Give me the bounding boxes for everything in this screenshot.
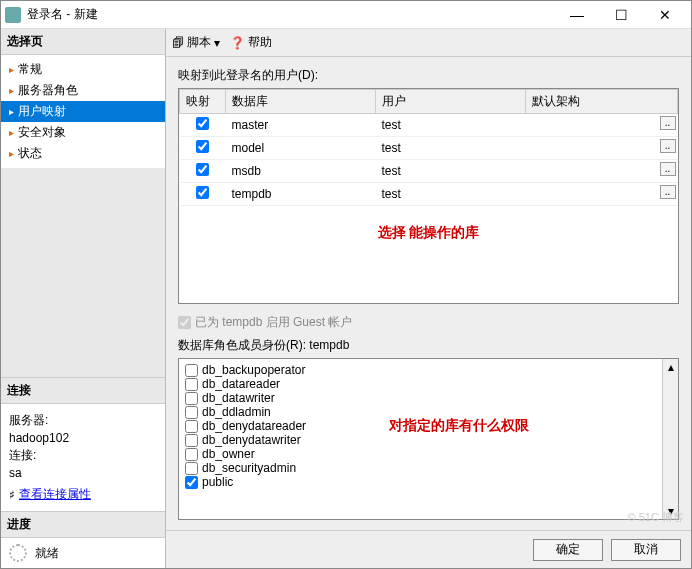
cell-user: test [376,183,526,206]
close-button[interactable]: ✕ [643,1,687,29]
map-checkbox[interactable] [196,117,209,130]
connection-head: 连接 [1,378,165,404]
map-checkbox[interactable] [196,140,209,153]
guest-checkbox [178,316,191,329]
role-item[interactable]: db_datawriter [185,391,656,405]
nav-status[interactable]: ▸状态 [1,143,165,164]
nav-general[interactable]: ▸常规 [1,59,165,80]
body: 选择页 ▸常规 ▸服务器角色 ▸用户映射 ▸安全对象 ▸状态 连接 服务器: h… [1,29,691,568]
role-checkbox[interactable] [185,364,198,377]
ok-button[interactable]: 确定 [533,539,603,561]
schema-browse-button[interactable]: .. [660,116,676,130]
role-name: db_backupoperator [202,363,305,377]
role-checkbox[interactable] [185,462,198,475]
view-connection-props-link[interactable]: 查看连接属性 [19,486,91,503]
schema-browse-button[interactable]: .. [660,139,676,153]
roles-list-box: db_backupoperatordb_datareaderdb_datawri… [178,358,679,520]
role-item[interactable]: db_denydatawriter [185,433,656,447]
schema-browse-button[interactable]: .. [660,162,676,176]
cell-user: test [376,160,526,183]
table-row[interactable]: tempdb test .. [180,183,678,206]
role-item[interactable]: db_owner [185,447,656,461]
map-checkbox[interactable] [196,163,209,176]
guest-checkbox-row: 已为 tempdb 启用 Guest 帐户 [178,314,679,331]
minimize-button[interactable]: — [555,1,599,29]
content: 映射到此登录名的用户(D): 映射 数据库 用户 默认架构 master tes… [166,57,691,530]
cell-db: tempdb [226,183,376,206]
cell-db: model [226,137,376,160]
role-checkbox[interactable] [185,378,198,391]
titlebar: 登录名 - 新建 — ☐ ✕ [1,1,691,29]
script-button[interactable]: 🗐脚本▾ [172,34,220,51]
role-checkbox[interactable] [185,448,198,461]
schema-browse-button[interactable]: .. [660,185,676,199]
server-label: 服务器: [9,412,157,429]
connection-body: 服务器: hadoop102 连接: sa ♯ 查看连接属性 [1,404,165,511]
help-label: 帮助 [248,34,272,51]
help-button[interactable]: ❓帮助 [230,34,272,51]
conn-value: sa [9,466,157,480]
window-title: 登录名 - 新建 [27,6,555,23]
role-checkbox[interactable] [185,434,198,447]
role-name: db_denydatawriter [202,433,301,447]
role-checkbox[interactable] [185,406,198,419]
map-checkbox[interactable] [196,186,209,199]
cell-schema: .. [526,114,678,137]
maximize-button[interactable]: ☐ [599,1,643,29]
window-buttons: — ☐ ✕ [555,1,687,29]
role-checkbox[interactable] [185,476,198,489]
table-row[interactable]: msdb test .. [180,160,678,183]
cancel-button[interactable]: 取消 [611,539,681,561]
role-checkbox[interactable] [185,392,198,405]
mapping-table: 映射 数据库 用户 默认架构 master test .. model test… [178,88,679,304]
role-name: db_ddladmin [202,405,271,419]
progress-body: 就绪 [1,538,165,568]
select-page-head: 选择页 [1,29,165,55]
role-name: db_owner [202,447,255,461]
nav-user-mapping[interactable]: ▸用户映射 [1,101,165,122]
cell-db: master [226,114,376,137]
nav-label: 服务器角色 [18,82,78,99]
bullet-icon: ▸ [9,85,14,96]
role-item[interactable]: db_securityadmin [185,461,656,475]
server-value: hadoop102 [9,431,157,445]
role-checkbox[interactable] [185,420,198,433]
col-map[interactable]: 映射 [180,90,226,114]
nav-label: 状态 [18,145,42,162]
col-db[interactable]: 数据库 [226,90,376,114]
role-name: db_securityadmin [202,461,296,475]
nav-label: 安全对象 [18,124,66,141]
nav-label: 用户映射 [18,103,66,120]
role-name: public [202,475,233,489]
role-item[interactable]: db_datareader [185,377,656,391]
footer: 确定 取消 [166,530,691,568]
role-item[interactable]: public [185,475,656,489]
scroll-down-icon[interactable]: ▾ [663,503,678,519]
scrollbar[interactable]: ▴ ▾ [662,359,678,519]
annotation-select-db: 选择 能操作的库 [179,224,678,242]
cell-schema: .. [526,160,678,183]
connection-section: 连接 服务器: hadoop102 连接: sa ♯ 查看连接属性 [1,377,165,511]
nav: ▸常规 ▸服务器角色 ▸用户映射 ▸安全对象 ▸状态 [1,55,165,168]
nav-securables[interactable]: ▸安全对象 [1,122,165,143]
progress-section: 进度 就绪 [1,511,165,568]
progress-status: 就绪 [35,545,59,562]
col-user[interactable]: 用户 [376,90,526,114]
col-schema[interactable]: 默认架构 [526,90,678,114]
table-row[interactable]: master test .. [180,114,678,137]
role-name: db_datareader [202,377,280,391]
nav-label: 常规 [18,61,42,78]
script-icon: 🗐 [172,36,184,50]
table-row[interactable]: model test .. [180,137,678,160]
guest-label: 已为 tempdb 启用 Guest 帐户 [195,314,352,331]
script-label: 脚本 [187,34,211,51]
bullet-icon: ▸ [9,64,14,75]
cell-user: test [376,137,526,160]
scroll-up-icon[interactable]: ▴ [663,359,678,375]
role-name: db_denydatareader [202,419,306,433]
nav-server-roles[interactable]: ▸服务器角色 [1,80,165,101]
toolbar: 🗐脚本▾ ❓帮助 [166,29,691,57]
roles-list: db_backupoperatordb_datareaderdb_datawri… [179,359,662,519]
role-item[interactable]: db_backupoperator [185,363,656,377]
bullet-icon: ▸ [9,127,14,138]
